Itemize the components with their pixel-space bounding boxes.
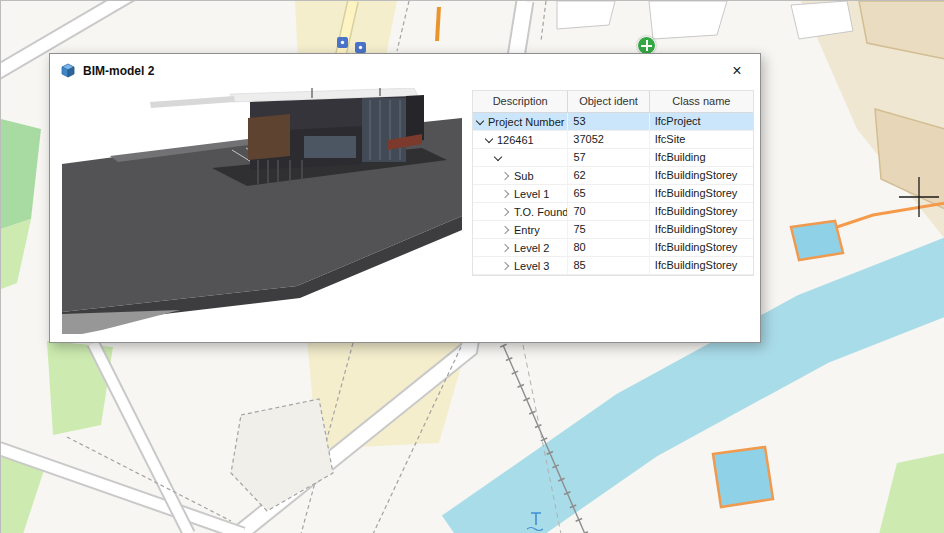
description-text: T.O. Found: [514, 204, 568, 220]
chevron-right-icon[interactable]: [501, 189, 511, 199]
description-text: Project Number: [488, 114, 564, 130]
object-ident: 37052: [568, 131, 649, 148]
tree-row[interactable]: Sub 62 IfcBuildingStorey: [473, 167, 753, 185]
selected-feature[interactable]: [713, 447, 773, 507]
row-description: T.O. Found: [473, 203, 568, 220]
row-description: Project Number: [473, 113, 568, 130]
column-header-object-ident[interactable]: Object ident: [568, 91, 649, 112]
building-footprint: [649, 1, 727, 39]
selected-feature[interactable]: [791, 221, 843, 260]
row-description: Entry: [473, 221, 568, 238]
class-name: IfcBuildingStorey: [650, 239, 753, 256]
chevron-down-icon[interactable]: [475, 117, 485, 127]
tree-row[interactable]: 57 IfcBuilding: [473, 149, 753, 167]
bim-3d-viewport[interactable]: [62, 88, 462, 334]
column-header-description[interactable]: Description: [473, 91, 568, 112]
window-title: BIM-model 2: [83, 64, 154, 78]
row-description: [473, 149, 568, 166]
bim-cube-icon: [60, 63, 76, 79]
tree-row[interactable]: Project Number 53 IfcProject: [473, 113, 753, 131]
chevron-right-icon[interactable]: [501, 261, 511, 271]
object-ident: 85: [568, 257, 649, 274]
table-header-row: Description Object ident Class name: [473, 91, 753, 113]
ifc-tree-table[interactable]: Description Object ident Class name Proj…: [472, 90, 754, 276]
class-name: IfcBuildingStorey: [650, 221, 753, 238]
chevron-right-icon[interactable]: [501, 171, 511, 181]
tree-row[interactable]: Entry 75 IfcBuildingStorey: [473, 221, 753, 239]
class-name: IfcBuildingStorey: [650, 203, 753, 220]
object-ident: 70: [568, 203, 649, 220]
building-footprint: [557, 1, 615, 29]
class-name: IfcBuildingStorey: [650, 167, 753, 184]
row-description: 126461: [473, 131, 568, 148]
chevron-down-icon[interactable]: [484, 135, 494, 145]
class-name: IfcBuildingStorey: [650, 257, 753, 274]
description-text: Level 3: [514, 258, 549, 274]
row-description: Sub: [473, 167, 568, 184]
class-name: IfcBuilding: [650, 149, 753, 166]
tree-row[interactable]: Level 1 65 IfcBuildingStorey: [473, 185, 753, 203]
object-ident: 75: [568, 221, 649, 238]
description-text: Level 1: [514, 186, 549, 202]
row-description: Level 2: [473, 239, 568, 256]
object-ident: 62: [568, 167, 649, 184]
class-name: IfcSite: [650, 131, 753, 148]
description-text: 126461: [497, 132, 534, 148]
window-titlebar[interactable]: BIM-model 2 ×: [50, 54, 760, 87]
tree-row[interactable]: T.O. Found 70 IfcBuildingStorey: [473, 203, 753, 221]
map-canvas[interactable]: BIM-model 2 ×: [0, 0, 944, 533]
column-header-class-name[interactable]: Class name: [650, 91, 753, 112]
class-name: IfcProject: [650, 113, 753, 130]
close-icon[interactable]: ×: [724, 58, 750, 84]
tree-row[interactable]: 126461 37052 IfcSite: [473, 131, 753, 149]
object-ident: 57: [568, 149, 649, 166]
tree-row[interactable]: Level 3 85 IfcBuildingStorey: [473, 257, 753, 275]
description-text: Sub: [514, 168, 534, 184]
description-text: Level 2: [514, 240, 549, 256]
description-text: Entry: [514, 222, 540, 238]
tree-row[interactable]: Level 2 80 IfcBuildingStorey: [473, 239, 753, 257]
row-description: Level 3: [473, 257, 568, 274]
object-ident: 65: [568, 185, 649, 202]
class-name: IfcBuildingStorey: [650, 185, 753, 202]
row-description: Level 1: [473, 185, 568, 202]
chevron-right-icon[interactable]: [501, 207, 511, 217]
chevron-right-icon[interactable]: [501, 225, 511, 235]
chevron-down-icon[interactable]: [493, 153, 503, 163]
bim-model-window[interactable]: BIM-model 2 ×: [49, 53, 761, 343]
object-ident: 53: [568, 113, 649, 130]
chevron-right-icon[interactable]: [501, 243, 511, 253]
object-ident: 80: [568, 239, 649, 256]
